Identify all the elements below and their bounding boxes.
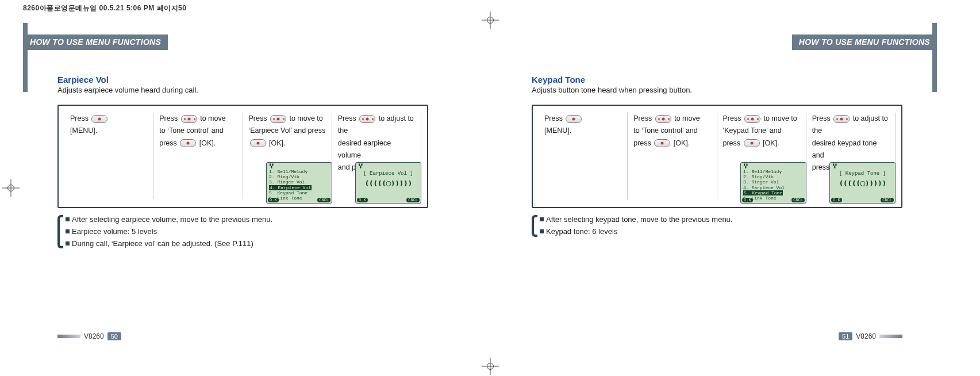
note-line: Earpiece volume: 5 levels <box>66 226 428 238</box>
step-text: to move <box>198 114 226 122</box>
step-text: Press <box>159 114 179 122</box>
step-text: desired earpiece volume <box>338 137 415 162</box>
registration-mark-bottom <box>482 358 499 375</box>
step-text: Press <box>338 114 358 122</box>
notes-block: After selecting earpiece volume, move to… <box>57 214 428 250</box>
step-1: Press [MENU]. <box>64 113 153 199</box>
step-text: Press <box>70 114 90 122</box>
step-text: ‘Earpiece Vol’ and press <box>249 125 326 137</box>
step-text: [OK]. <box>761 139 779 147</box>
volume-indicator: ❪❪❪❪❪◯❫❫❫❫❫ <box>358 179 418 188</box>
registration-mark-top <box>482 11 499 29</box>
step-text: to move to <box>762 114 797 122</box>
bullet-icon <box>540 229 544 233</box>
footer-bar-icon <box>57 335 80 338</box>
step-text: [OK]. <box>267 139 286 147</box>
note-text: During call, ‘Earpiece vol’ can be adjus… <box>72 239 253 248</box>
example-screens: ▝▞ 1. Bell/Melody 2. Ring/Vib 3. Ringer … <box>740 162 896 204</box>
nav-button-icon <box>270 115 286 123</box>
bullet-icon <box>540 217 544 221</box>
print-job-header: 8260아폴로영문메뉴얼 00.5.21 5:06 PM 페이지50 <box>23 3 186 13</box>
section-header: HOW TO USE MENU FUNCTIONS <box>792 34 937 50</box>
step-text: desired keypad tone and <box>812 137 889 162</box>
menu-item: 2. Ring/Vib <box>743 174 804 179</box>
steps-box: Press [MENU]. Press to move to ‘Tone con… <box>57 105 428 208</box>
softkey-ok: O.K <box>268 198 279 202</box>
step-text: to move to <box>287 114 323 122</box>
nav-button-icon <box>655 115 671 123</box>
step-text: press <box>723 139 743 147</box>
step-text: [OK]. <box>671 139 690 147</box>
phone-screen-volume: ▝▞ [ Keypad Tone ] ❪❪❪❪❪◯❫❫❫❫❫ O.KCNCL <box>829 162 896 204</box>
step-text: Press <box>544 114 564 122</box>
manual-page-left: HOW TO USE MENU FUNCTIONS Earpiece Vol A… <box>23 23 440 345</box>
softkey-cancel: CNCL <box>791 198 805 202</box>
ok-button-icon <box>180 139 196 147</box>
notes-block: After selecting keypad tone, move to the… <box>532 214 902 238</box>
step-2: Press to move to ‘Tone control’ and pres… <box>628 113 717 199</box>
side-index-tab <box>23 23 28 92</box>
manual-page-right: HOW TO USE MENU FUNCTIONS Keypad Tone Ad… <box>520 23 937 345</box>
step-text: ‘Keypad Tone’ and <box>723 125 800 137</box>
step-text: [MENU]. <box>70 125 147 137</box>
step-text: press <box>633 139 653 147</box>
step-text: Press <box>812 114 832 122</box>
softkey-ok: O.K <box>742 198 753 202</box>
signal-icon: ▝▞ <box>743 164 747 168</box>
note-text: After selecting keypad tone, move to the… <box>546 215 732 224</box>
note-text: After selecting earpiece volume, move to… <box>72 215 272 224</box>
note-line: Keypad tone: 6 levels <box>540 226 902 238</box>
topic-subtitle: Adjusts earpiece volume heard during cal… <box>57 86 428 94</box>
step-text: Press <box>723 114 743 122</box>
note-text: Earpiece volume: 5 levels <box>72 227 157 236</box>
menu-item-selected: 5. Keypad Tone <box>743 190 783 195</box>
bullet-icon <box>66 217 70 221</box>
signal-icon: ▝▞ <box>832 164 836 168</box>
step-text: Press <box>633 114 654 122</box>
page-number: 50 <box>107 332 121 340</box>
note-line: During call, ‘Earpiece vol’ can be adjus… <box>66 238 428 250</box>
page-footer: V8260 50 <box>57 332 121 340</box>
footer-bar-icon <box>879 335 902 338</box>
softkey-cancel: CNCL <box>881 198 894 202</box>
menu-item-selected: 4. Earpiece Vol <box>269 185 312 190</box>
step-1: Press [MENU]. <box>539 113 628 199</box>
step-text: [MENU]. <box>544 125 621 137</box>
screen-title: [ Earpiece Vol ] <box>358 171 418 177</box>
phone-screen-volume: ▝▞ [ Earpiece Vol ] ❪❪❪❪❪◯❫❫❫❫❫ O.KCNCL <box>355 162 421 204</box>
phone-screen-menu: ▝▞ 1. Bell/Melody 2. Ring/Vib 3. Ringer … <box>266 162 332 204</box>
nav-button-icon <box>833 115 850 123</box>
ok-button-icon <box>654 139 670 147</box>
example-screens: ▝▞ 1. Bell/Melody 2. Ring/Vib 3. Ringer … <box>266 162 421 204</box>
volume-indicator: ❪❪❪❪❪◯❫❫❫❫❫ <box>832 179 893 188</box>
section-header: HOW TO USE MENU FUNCTIONS <box>23 34 168 50</box>
step-text: press <box>159 139 179 147</box>
step-text: to move <box>672 114 700 122</box>
step-text: Press <box>249 114 269 122</box>
step-text: [OK]. <box>197 139 216 147</box>
bullet-icon <box>66 229 70 233</box>
menu-item: 1. Bell/Melody <box>269 169 329 174</box>
nav-button-icon <box>359 115 375 123</box>
topic-subtitle: Adjusts button tone heard when pressing … <box>532 86 902 94</box>
softkey-ok: O.K <box>357 198 368 202</box>
step-text: to ‘Tone control’ and <box>159 125 236 137</box>
signal-icon: ▝▞ <box>268 164 273 168</box>
registration-mark-left <box>2 179 20 197</box>
step-text: to ‘Tone control’ and <box>633 125 710 137</box>
ok-button-icon <box>250 139 266 147</box>
menu-item: 4. Earpiece Vol <box>743 185 804 190</box>
page-footer: 51 V8260 <box>839 332 902 340</box>
page-number: 51 <box>839 332 852 340</box>
side-index-tab <box>932 23 937 92</box>
model-number: V8260 <box>856 332 876 340</box>
screen-title: [ Keypad Tone ] <box>832 171 893 177</box>
phone-screen-menu: ▝▞ 1. Bell/Melody 2. Ring/Vib 3. Ringer … <box>740 162 806 204</box>
model-number: V8260 <box>84 332 104 340</box>
signal-icon: ▝▞ <box>358 164 362 168</box>
softkey-cancel: CNCL <box>406 198 420 202</box>
menu-item: 3. Ringer Vol <box>269 179 329 185</box>
bullet-icon <box>66 241 70 245</box>
topic-title: Keypad Tone <box>532 75 902 85</box>
note-line: After selecting earpiece volume, move to… <box>66 214 428 226</box>
